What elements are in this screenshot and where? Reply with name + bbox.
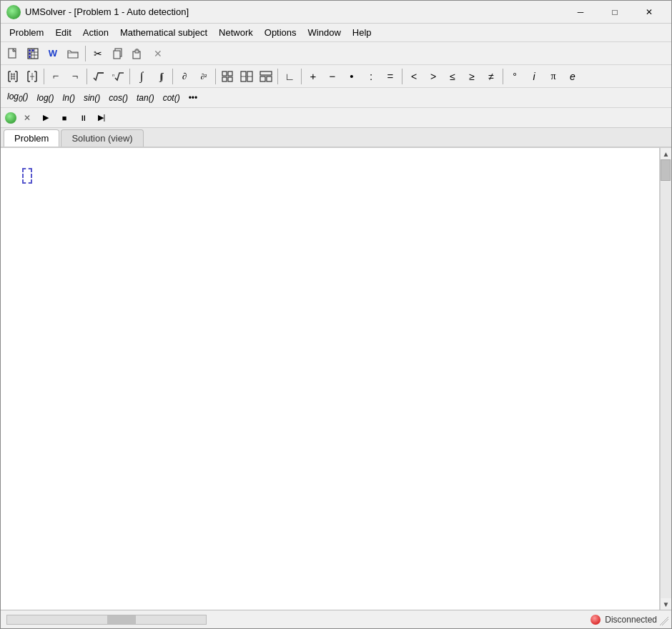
- less-equal-button[interactable]: ≤: [443, 68, 462, 85]
- cot-button[interactable]: cot(): [159, 91, 184, 105]
- content-area: ▲ ▼: [1, 148, 671, 610]
- scroll-down-button[interactable]: ▼: [661, 598, 671, 610]
- play-button[interactable]: ▶: [38, 110, 54, 126]
- matrix-btn-3[interactable]: [218, 68, 237, 85]
- toolbar-math: ⌐ ¬ n ∫ ∫∫ ∂ ∂²: [1, 65, 671, 88]
- integral-button[interactable]: ∫: [132, 68, 151, 85]
- svg-point-7: [29, 52, 31, 54]
- scroll-thumb-vertical[interactable]: [661, 159, 671, 181]
- menu-window[interactable]: Window: [302, 25, 347, 40]
- more-functions-button[interactable]: •••: [185, 91, 202, 105]
- menu-problem[interactable]: Problem: [4, 25, 49, 40]
- app-icon: [6, 5, 21, 19]
- menu-action[interactable]: Action: [77, 25, 114, 40]
- nthroot-button[interactable]: n: [109, 68, 127, 85]
- toolbar-functions: log0() log() ln() sin() cos() tan() cot(…: [1, 88, 671, 108]
- menu-help[interactable]: Help: [347, 25, 377, 40]
- matrix-btn-1[interactable]: [4, 68, 22, 85]
- ln-button[interactable]: ln(): [59, 91, 79, 105]
- main-panel: Problem Solution (view) ▲ ▼: [1, 128, 671, 610]
- title-bar: UMSolver - [Problem 1 - Auto detection] …: [1, 1, 671, 24]
- log-button[interactable]: log(): [34, 91, 58, 105]
- tan-button[interactable]: tan(): [133, 91, 158, 105]
- svg-rect-11: [114, 51, 120, 59]
- partial-deriv-button[interactable]: ∂: [175, 68, 194, 85]
- bullet-button[interactable]: •: [342, 68, 361, 85]
- status-bar-left: [1, 615, 588, 625]
- cut-button[interactable]: ✂: [89, 45, 107, 62]
- bracket-btn-1[interactable]: ⌐: [46, 68, 65, 85]
- svg-point-9: [32, 49, 34, 51]
- sep-math-1: [44, 69, 44, 84]
- svg-rect-38: [228, 77, 232, 81]
- svg-rect-13: [135, 50, 139, 53]
- close-button[interactable]: ✕: [633, 1, 666, 23]
- copy-button[interactable]: [109, 45, 127, 62]
- maximize-button[interactable]: □: [598, 1, 631, 23]
- menu-edit[interactable]: Edit: [49, 25, 76, 40]
- resize-grip[interactable]: [657, 614, 668, 625]
- paste-button[interactable]: [129, 45, 147, 62]
- sep-math-5: [215, 69, 216, 84]
- menu-network[interactable]: Network: [213, 25, 259, 40]
- colon-button[interactable]: :: [362, 68, 380, 85]
- sep-math-6: [277, 69, 278, 84]
- scroll-thumb-horizontal[interactable]: [107, 615, 136, 624]
- sep-math-3: [129, 69, 130, 84]
- sin-button[interactable]: sin(): [80, 91, 104, 105]
- svg-rect-43: [260, 71, 272, 75]
- text-cursor: [22, 168, 32, 184]
- menu-mathematical-subject[interactable]: Mathematical subject: [114, 25, 213, 40]
- x-control-button[interactable]: ✕: [19, 110, 35, 126]
- menu-options[interactable]: Options: [259, 25, 302, 40]
- equals-button[interactable]: =: [381, 68, 400, 85]
- app-window: UMSolver - [Problem 1 - Auto detection] …: [0, 0, 672, 629]
- sep-math-2: [87, 69, 87, 84]
- bracket-btn-2[interactable]: ¬: [66, 68, 84, 85]
- angle-button[interactable]: ∟: [280, 68, 299, 85]
- tab-solution-view[interactable]: Solution (view): [61, 129, 143, 147]
- new-file-button[interactable]: [4, 45, 22, 62]
- degree-button[interactable]: °: [505, 68, 524, 85]
- workspace: [1, 148, 659, 610]
- scroll-track-vertical: [661, 159, 671, 598]
- less-than-button[interactable]: <: [405, 68, 423, 85]
- minimize-button[interactable]: ─: [564, 1, 597, 23]
- window-controls: ─ □ ✕: [564, 1, 666, 23]
- minus-button[interactable]: −: [323, 68, 342, 85]
- stop-button[interactable]: ■: [56, 110, 72, 126]
- word-button[interactable]: W: [44, 45, 62, 62]
- pi-button[interactable]: π: [544, 68, 563, 85]
- cos-button[interactable]: cos(): [105, 91, 132, 105]
- main-content[interactable]: [1, 148, 660, 610]
- status-bar-right: Disconnected: [588, 614, 671, 625]
- sep-math-9: [503, 69, 503, 84]
- scroll-track-horizontal[interactable]: [6, 615, 207, 625]
- matrix-btn-5[interactable]: [257, 68, 275, 85]
- sqrt-button[interactable]: [89, 68, 108, 85]
- sep-math-7: [301, 69, 302, 84]
- matrix-btn-2[interactable]: [23, 68, 41, 85]
- step-button[interactable]: ▶|: [94, 110, 109, 126]
- svg-rect-45: [267, 76, 272, 81]
- double-integral-button[interactable]: ∫∫: [152, 68, 170, 85]
- pause-button[interactable]: ⏸: [75, 110, 91, 126]
- not-equal-button[interactable]: ≠: [482, 68, 500, 85]
- log0-button[interactable]: log0(): [4, 89, 32, 105]
- scrollbar-vertical[interactable]: ▲ ▼: [660, 148, 671, 610]
- plus-button[interactable]: +: [304, 68, 322, 85]
- imaginary-button[interactable]: i: [525, 68, 543, 85]
- connection-status-icon: [591, 615, 601, 625]
- euler-button[interactable]: e: [563, 68, 582, 85]
- separator-1: [85, 46, 86, 61]
- grid-button[interactable]: [24, 45, 42, 62]
- tab-problem[interactable]: Problem: [4, 129, 59, 147]
- close-x-button[interactable]: ✕: [149, 45, 167, 62]
- open-file-button[interactable]: [64, 45, 82, 62]
- scroll-up-button[interactable]: ▲: [661, 148, 671, 159]
- greater-equal-button[interactable]: ≥: [463, 68, 481, 85]
- greater-than-button[interactable]: >: [424, 68, 443, 85]
- status-green-indicator: [5, 112, 16, 124]
- partial-deriv2-button[interactable]: ∂²: [194, 68, 213, 85]
- matrix-btn-4[interactable]: [237, 68, 256, 85]
